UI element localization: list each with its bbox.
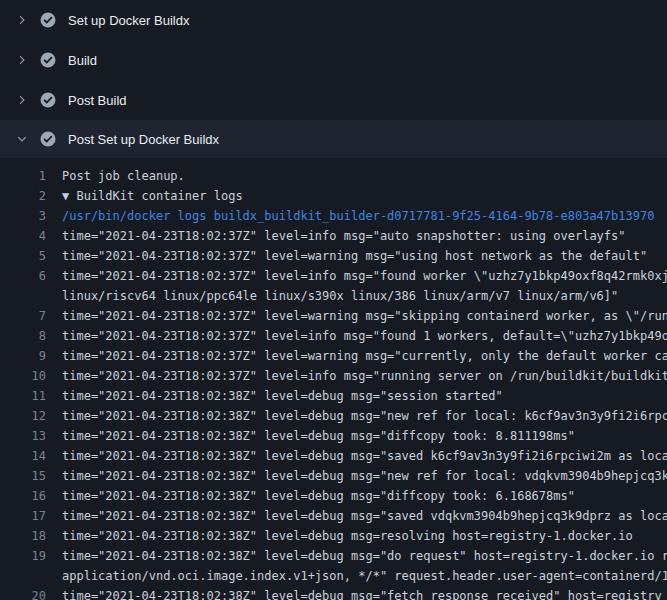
line-number: 9 xyxy=(0,346,46,366)
line-number: 1 xyxy=(0,166,46,186)
log-body: 1Post job cleanup.2▼ BuildKit container … xyxy=(0,158,667,600)
success-check-icon xyxy=(40,52,56,68)
log-line: 11time="2021-04-23T18:02:38Z" level=debu… xyxy=(0,386,667,406)
log-text: /usr/bin/docker logs buildx_buildkit_bui… xyxy=(62,206,654,226)
log-text: application/vnd.oci.image.index.v1+json,… xyxy=(62,566,667,586)
log-text: time="2021-04-23T18:02:37Z" level=warnin… xyxy=(62,246,647,266)
line-number: 10 xyxy=(0,366,46,386)
log-text: time="2021-04-23T18:02:38Z" level=debug … xyxy=(62,526,633,546)
line-number: 18 xyxy=(0,526,46,546)
log-command-line: 3/usr/bin/docker logs buildx_buildkit_bu… xyxy=(0,206,667,226)
log-wrap-line: linux/riscv64 linux/ppc64le linux/s390x … xyxy=(0,286,667,306)
log-line: 19time="2021-04-23T18:02:38Z" level=debu… xyxy=(0,546,667,566)
log-text: time="2021-04-23T18:02:37Z" level=info m… xyxy=(62,366,667,386)
log-line: 9time="2021-04-23T18:02:37Z" level=warni… xyxy=(0,346,667,366)
chevron-right-icon[interactable] xyxy=(14,92,30,108)
line-number: 6 xyxy=(0,266,46,286)
line-number: 20 xyxy=(0,586,46,600)
log-line: 14time="2021-04-23T18:02:38Z" level=debu… xyxy=(0,446,667,466)
section-title: Post Build xyxy=(68,93,127,108)
line-number: 13 xyxy=(0,426,46,446)
line-number: 12 xyxy=(0,406,46,426)
log-line: 7time="2021-04-23T18:02:37Z" level=warni… xyxy=(0,306,667,326)
log-line: 1Post job cleanup. xyxy=(0,166,667,186)
log-text: time="2021-04-23T18:02:38Z" level=debug … xyxy=(62,466,667,486)
log-wrap-line: application/vnd.oci.image.index.v1+json,… xyxy=(0,566,667,586)
log-line: 17time="2021-04-23T18:02:38Z" level=debu… xyxy=(0,506,667,526)
log-line: 12time="2021-04-23T18:02:38Z" level=debu… xyxy=(0,406,667,426)
line-number: 11 xyxy=(0,386,46,406)
log-text: time="2021-04-23T18:02:38Z" level=debug … xyxy=(62,586,662,600)
sections-list: Set up Docker BuildxBuildPost BuildPost … xyxy=(0,0,667,158)
log-text: time="2021-04-23T18:02:37Z" level=info m… xyxy=(62,226,626,246)
section-title: Set up Docker Buildx xyxy=(68,13,189,28)
log-text: time="2021-04-23T18:02:38Z" level=debug … xyxy=(62,426,575,446)
log-text: time="2021-04-23T18:02:37Z" level=warnin… xyxy=(62,346,667,366)
chevron-down-icon[interactable] xyxy=(14,131,30,147)
log-line: 10time="2021-04-23T18:02:37Z" level=info… xyxy=(0,366,667,386)
chevron-right-icon[interactable] xyxy=(14,12,30,28)
log-text: time="2021-04-23T18:02:37Z" level=warnin… xyxy=(62,306,667,326)
log-text: time="2021-04-23T18:02:38Z" level=debug … xyxy=(62,506,667,526)
log-line: 20time="2021-04-23T18:02:38Z" level=debu… xyxy=(0,586,667,600)
chevron-right-icon[interactable] xyxy=(14,52,30,68)
section-header-post-build[interactable]: Post Build xyxy=(0,80,667,120)
log-line: 6time="2021-04-23T18:02:37Z" level=info … xyxy=(0,266,667,286)
log-line: 15time="2021-04-23T18:02:38Z" level=debu… xyxy=(0,466,667,486)
log-text: time="2021-04-23T18:02:38Z" level=debug … xyxy=(62,446,667,466)
line-number xyxy=(0,286,46,306)
log-text: time="2021-04-23T18:02:37Z" level=info m… xyxy=(62,326,667,346)
line-number: 2 xyxy=(0,186,46,206)
log-text: time="2021-04-23T18:02:37Z" level=info m… xyxy=(62,266,667,286)
log-text: time="2021-04-23T18:02:38Z" level=debug … xyxy=(62,546,667,566)
line-number: 15 xyxy=(0,466,46,486)
log-line: 8time="2021-04-23T18:02:37Z" level=info … xyxy=(0,326,667,346)
log-line: 13time="2021-04-23T18:02:38Z" level=debu… xyxy=(0,426,667,446)
actions-log-viewer: Set up Docker BuildxBuildPost BuildPost … xyxy=(0,0,667,600)
section-title: Build xyxy=(68,53,97,68)
line-number: 16 xyxy=(0,486,46,506)
log-text: time="2021-04-23T18:02:38Z" level=debug … xyxy=(62,406,667,426)
section-title: Post Set up Docker Buildx xyxy=(68,132,219,147)
log-line: 4time="2021-04-23T18:02:37Z" level=info … xyxy=(0,226,667,246)
log-text: Post job cleanup. xyxy=(62,166,185,186)
section-header-build[interactable]: Build xyxy=(0,40,667,80)
log-line: 16time="2021-04-23T18:02:38Z" level=debu… xyxy=(0,486,667,506)
log-text: linux/riscv64 linux/ppc64le linux/s390x … xyxy=(62,286,618,306)
line-number: 7 xyxy=(0,306,46,326)
success-check-icon xyxy=(40,12,56,28)
log-text: time="2021-04-23T18:02:38Z" level=debug … xyxy=(62,486,575,506)
success-check-icon xyxy=(40,131,56,147)
line-number: 14 xyxy=(0,446,46,466)
line-number: 17 xyxy=(0,506,46,526)
line-number: 8 xyxy=(0,326,46,346)
line-number xyxy=(0,566,46,586)
line-number: 4 xyxy=(0,226,46,246)
log-text: time="2021-04-23T18:02:38Z" level=debug … xyxy=(62,386,503,406)
line-number: 3 xyxy=(0,206,46,226)
log-line: 18time="2021-04-23T18:02:38Z" level=debu… xyxy=(0,526,667,546)
success-check-icon xyxy=(40,92,56,108)
line-number: 19 xyxy=(0,546,46,566)
log-group-line[interactable]: 2▼ BuildKit container logs xyxy=(0,186,667,206)
log-line: 5time="2021-04-23T18:02:37Z" level=warni… xyxy=(0,246,667,266)
section-header-set-up-docker-buildx[interactable]: Set up Docker Buildx xyxy=(0,0,667,40)
line-number: 5 xyxy=(0,246,46,266)
log-text: ▼ BuildKit container logs xyxy=(62,186,243,206)
section-header-post-set-up-docker-buildx[interactable]: Post Set up Docker Buildx xyxy=(0,120,667,158)
